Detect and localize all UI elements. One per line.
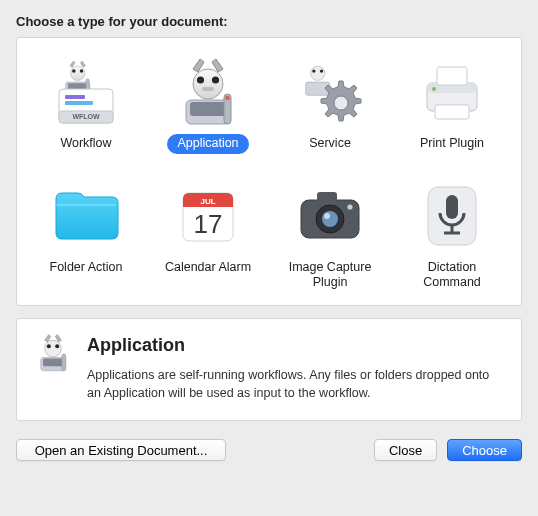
svg-rect-16 (202, 87, 214, 91)
type-label: Service (299, 134, 361, 154)
svg-point-22 (320, 69, 323, 72)
button-bar: Open an Existing Document... Close Choos… (16, 439, 522, 461)
type-item-image-capture-plugin[interactable]: Image Capture Plugin (275, 180, 385, 293)
svg-text:JUL: JUL (200, 197, 215, 206)
detail-panel: Application Applications are self-runnin… (16, 318, 522, 421)
detail-title: Application (87, 335, 505, 356)
type-item-print-plugin[interactable]: Print Plugin (397, 56, 507, 154)
type-grid: WFLOW Workflow (27, 56, 511, 293)
svg-point-18 (225, 96, 229, 100)
svg-rect-33 (317, 192, 337, 202)
type-label: Workflow (50, 134, 121, 154)
service-icon (294, 56, 366, 128)
svg-point-23 (334, 96, 348, 110)
type-label: Folder Action (40, 258, 133, 278)
dialog-heading: Choose a type for your document: (16, 14, 522, 29)
detail-description: Applications are self-running workflows.… (87, 366, 505, 402)
svg-point-3 (72, 69, 76, 73)
svg-text:17: 17 (194, 209, 223, 239)
application-icon (172, 56, 244, 128)
svg-point-2 (71, 66, 85, 80)
svg-text:WFLOW: WFLOW (72, 113, 100, 120)
svg-point-36 (324, 213, 330, 219)
type-label: Application (167, 134, 248, 154)
detail-application-icon (33, 333, 73, 373)
type-grid-container: WFLOW Workflow (16, 37, 522, 306)
svg-point-28 (432, 87, 436, 91)
folder-icon (50, 180, 122, 252)
open-existing-button[interactable]: Open an Existing Document... (16, 439, 226, 461)
svg-rect-27 (435, 105, 469, 119)
calendar-icon: JUL 17 (172, 180, 244, 252)
svg-point-44 (45, 340, 62, 357)
type-item-folder-action[interactable]: Folder Action (31, 180, 141, 293)
svg-point-45 (47, 344, 51, 348)
camera-icon (294, 180, 366, 252)
svg-point-13 (193, 69, 223, 99)
svg-point-21 (312, 69, 315, 72)
type-item-service[interactable]: Service (275, 56, 385, 154)
close-button[interactable]: Close (374, 439, 437, 461)
svg-rect-39 (446, 195, 458, 219)
svg-rect-43 (43, 358, 63, 366)
type-label: Print Plugin (410, 134, 494, 154)
svg-point-35 (322, 211, 338, 227)
choose-button[interactable]: Choose (447, 439, 522, 461)
svg-point-20 (311, 66, 325, 80)
type-label: Image Capture Plugin (275, 258, 385, 293)
type-label: Dictation Command (397, 258, 507, 293)
svg-rect-10 (65, 101, 93, 105)
printer-icon (416, 56, 488, 128)
svg-point-14 (197, 76, 204, 83)
svg-rect-9 (65, 95, 85, 99)
type-item-dictation-command[interactable]: Dictation Command (397, 180, 507, 293)
svg-point-4 (80, 69, 84, 73)
svg-rect-47 (62, 354, 66, 371)
type-item-application[interactable]: Application (153, 56, 263, 154)
svg-point-15 (212, 76, 219, 83)
type-item-calendar-alarm[interactable]: JUL 17 Calendar Alarm (153, 180, 263, 293)
type-item-workflow[interactable]: WFLOW Workflow (31, 56, 141, 154)
workflow-icon: WFLOW (50, 56, 122, 128)
svg-rect-26 (437, 67, 467, 85)
type-label: Calendar Alarm (155, 258, 261, 278)
detail-text: Application Applications are self-runnin… (87, 333, 505, 402)
svg-rect-12 (190, 102, 226, 116)
microphone-icon (416, 180, 488, 252)
svg-point-37 (347, 204, 352, 209)
svg-point-46 (55, 344, 59, 348)
